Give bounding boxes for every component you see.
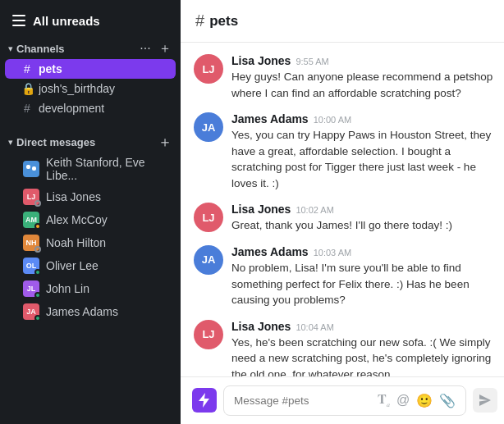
channels-label: Channels [16, 43, 138, 55]
avatar-james: JA [23, 303, 39, 320]
channels-section: ▾ Channels ··· ＋ # pets 🔒 josh's_birthda… [0, 36, 181, 120]
msg-time-m3: 10:02 AM [296, 205, 333, 215]
text-format-icon[interactable]: 𝐓𝑎 [378, 392, 390, 409]
channel-header: # pets [181, 0, 504, 43]
message-m2: JA James Adams 10:00 AM Yes, you can try… [194, 112, 496, 191]
dm-noah-label: Noah Hilton [46, 236, 106, 249]
avatar-msg-lisa-1: LJ [194, 54, 223, 84]
svg-rect-4 [26, 165, 30, 169]
sidebar-header[interactable]: All unreads [0, 0, 181, 36]
attachment-icon[interactable]: 📎 [439, 393, 456, 408]
status-dot-james [34, 315, 41, 321]
channels-add-icon[interactable]: ＋ [158, 41, 172, 56]
channels-section-header[interactable]: ▾ Channels ··· ＋ [0, 38, 181, 59]
dm-item-group[interactable]: Keith Stanford, Eve Libe... [5, 153, 176, 185]
channel-joshs-birthday-label: josh's_birthday [39, 82, 115, 95]
avatar-john: JL [23, 280, 39, 297]
dm-add-icon[interactable]: ＋ [158, 134, 172, 149]
msg-text-m2: Yes, you can try Happy Paws in Houston S… [231, 127, 496, 191]
dm-label: Direct mesages [16, 136, 158, 148]
avatar-msg-james-2: JA [194, 245, 223, 275]
svg-rect-2 [12, 25, 25, 26]
msg-author-m1: Lisa Jones [231, 54, 291, 67]
msg-text-m4: No problem, Lisa! I'm sure you'll be abl… [231, 260, 496, 308]
msg-content-m5: Lisa Jones 10:04 AM Yes, he's been scrat… [231, 320, 496, 376]
msg-time-m1: 9:55 AM [296, 57, 328, 66]
msg-author-m3: Lisa Jones [231, 203, 291, 216]
msg-text-m3: Great, thank you James! I'll go there to… [231, 217, 496, 234]
avatar-noah: NH [23, 235, 39, 251]
sidebar-title: All unreads [33, 14, 100, 28]
msg-content-m1: Lisa Jones 9:55 AM Hey guys! Can anyone … [231, 54, 496, 101]
emoji-icon[interactable]: 🙂 [416, 393, 433, 408]
message-m3: LJ Lisa Jones 10:02 AM Great, thank you … [194, 203, 496, 234]
msg-content-m3: Lisa Jones 10:02 AM Great, thank you Jam… [231, 203, 496, 234]
channels-more-icon[interactable]: ··· [138, 41, 153, 56]
message-input-wrapper[interactable]: 𝐓𝑎 @ 🙂 📎 [223, 385, 466, 416]
svg-rect-5 [32, 166, 36, 171]
dm-section-header[interactable]: ▾ Direct mesages ＋ [0, 128, 181, 153]
msg-author-m2: James Adams [231, 112, 309, 125]
channels-actions: ··· ＋ [138, 41, 172, 56]
dm-item-oliver[interactable]: OL Oliver Lee [5, 254, 176, 277]
avatar-oliver: OL [23, 258, 39, 274]
status-dot-alex [34, 223, 41, 230]
dm-oliver-label: Oliver Lee [46, 259, 99, 272]
menu-icon [11, 13, 26, 28]
dm-chevron-icon: ▾ [8, 137, 13, 148]
msg-header-m2: James Adams 10:00 AM [231, 112, 496, 125]
status-dot-lisa [34, 200, 41, 207]
status-dot-john [34, 292, 41, 299]
msg-content-m4: James Adams 10:03 AM No problem, Lisa! I… [231, 245, 496, 308]
channel-hash-icon: # [195, 11, 204, 30]
sidebar-item-joshs-birthday[interactable]: 🔒 josh's_birthday [5, 79, 176, 98]
svg-rect-0 [12, 15, 25, 16]
dm-item-john[interactable]: JL John Lin [5, 277, 176, 300]
channel-development-label: development [39, 102, 104, 115]
dm-item-james[interactable]: JA James Adams [5, 300, 176, 323]
dm-lisa-label: Lisa Jones [46, 190, 101, 203]
channel-name: pets [209, 13, 238, 30]
status-dot-oliver [34, 269, 41, 276]
message-m5: LJ Lisa Jones 10:04 AM Yes, he's been sc… [194, 320, 496, 376]
msg-time-m4: 10:03 AM [314, 248, 351, 258]
at-icon[interactable]: @ [396, 393, 410, 408]
msg-header-m3: Lisa Jones 10:02 AM [231, 203, 496, 216]
send-button[interactable] [473, 388, 497, 413]
input-toolbar: 𝐓𝑎 @ 🙂 📎 [378, 392, 456, 409]
dm-item-alex[interactable]: AM Alex McCoy [5, 208, 176, 231]
avatar-msg-james-1: JA [194, 112, 223, 142]
msg-header-m4: James Adams 10:03 AM [231, 245, 496, 258]
msg-author-m5: Lisa Jones [231, 320, 291, 333]
dm-section: ▾ Direct mesages ＋ Keith Stanford, Eve L… [0, 126, 181, 325]
avatar-lisa: LJ [23, 189, 39, 205]
input-bar: 𝐓𝑎 @ 🙂 📎 [181, 376, 504, 424]
dm-james-label: James Adams [46, 305, 118, 318]
avatar-alex: AM [23, 212, 39, 228]
dm-alex-label: Alex McCoy [46, 213, 108, 226]
svg-rect-1 [12, 20, 25, 21]
msg-text-m1: Hey guys! Can anyone please recommend a … [231, 69, 496, 101]
avatar-msg-lisa-2: LJ [194, 203, 223, 232]
sidebar: All unreads ▾ Channels ··· ＋ # pets 🔒 jo… [0, 0, 181, 424]
avatar-group [23, 161, 39, 177]
msg-author-m4: James Adams [231, 245, 309, 258]
sidebar-item-development[interactable]: # development [5, 98, 176, 118]
message-m4: JA James Adams 10:03 AM No problem, Lisa… [194, 245, 496, 308]
avatar-msg-lisa-3: LJ [194, 320, 223, 349]
messages-list: LJ Lisa Jones 9:55 AM Hey guys! Can anyo… [181, 43, 504, 376]
lightning-button[interactable] [192, 388, 217, 413]
dm-item-lisa[interactable]: LJ Lisa Jones [5, 185, 176, 208]
msg-time-m5: 10:04 AM [296, 322, 333, 332]
channels-chevron-icon: ▾ [8, 43, 13, 54]
msg-content-m2: James Adams 10:00 AM Yes, you can try Ha… [231, 112, 496, 191]
dm-john-label: John Lin [46, 282, 89, 295]
dm-item-noah[interactable]: NH Noah Hilton [5, 231, 176, 254]
message-m1: LJ Lisa Jones 9:55 AM Hey guys! Can anyo… [194, 54, 496, 101]
channel-pets-label: pets [39, 62, 62, 75]
message-input[interactable] [234, 394, 373, 407]
sidebar-item-pets[interactable]: # pets [5, 59, 176, 79]
status-dot-noah [34, 246, 41, 253]
msg-text-m5: Yes, he's been scratching our new sofa. … [231, 335, 496, 376]
main-content: # pets LJ Lisa Jones 9:55 AM Hey guys! C… [181, 0, 504, 424]
